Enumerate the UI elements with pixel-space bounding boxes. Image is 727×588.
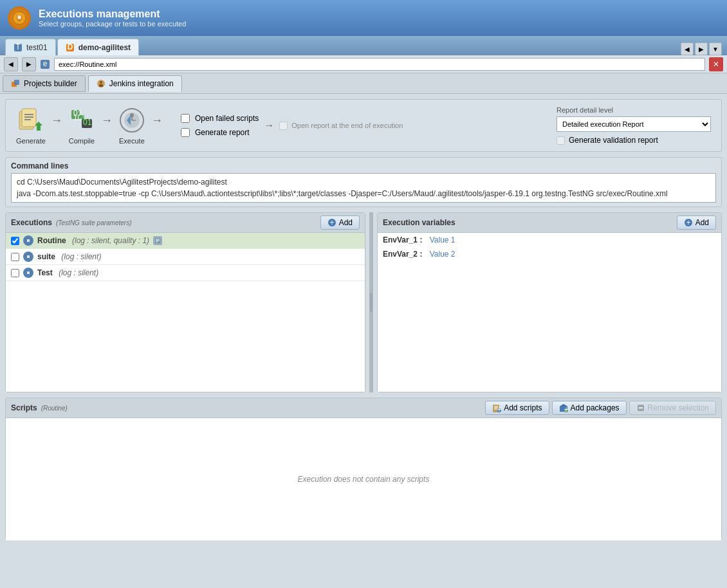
exec-item-routine[interactable]: Routine (log : silent, quality : 1) [6,233,365,249]
variables-panel-header: Execution variables + Add [378,213,721,233]
exec-gear-routine [23,235,33,246]
executions-add-label: Add [339,218,353,227]
exec-checkbox-routine[interactable] [11,237,19,245]
workflow-execute: Execute [118,106,146,145]
open-failed-row: Open failed scripts [181,114,259,123]
generate-validation-checkbox[interactable] [557,136,565,145]
exec-params-suite: (log : silent) [59,252,101,261]
main-content: Generate → 01 10 01 Compile → [0,94,727,588]
tab-projects-builder[interactable]: Projects builder [3,75,86,92]
scripts-content: Execution does not contain any scripts [6,418,721,540]
exec-item-test[interactable]: Test (log : silent) [6,265,365,281]
svg-text:+: + [686,218,690,227]
open-at-end-label: Open report at the end of execution [291,122,403,129]
variables-list: EnvVar_1 : Value 1 EnvVar_2 : Value 2 [378,233,721,392]
tab-icon-test01: T [14,43,23,52]
add-scripts-icon: + [492,403,501,412]
panel-divider [369,212,373,392]
command-lines-section: Command lines cd C:\Users\Maud\Documents… [5,157,722,207]
scripts-empty-message: Execution does not contain any scripts [298,475,430,484]
svg-text:+: + [564,405,568,412]
test-icon [24,268,33,277]
scripts-title: Scripts [11,403,37,412]
exec-name-test: Test [37,268,53,277]
tab-jenkins-integration[interactable]: Jenkins integration [88,75,182,92]
app-header: Executions management Select groups, pac… [0,0,727,36]
remove-selection-icon [636,403,645,412]
app-icon [8,6,31,30]
remove-selection-button[interactable]: Remove selection [629,401,716,415]
compile-label: Compile [69,137,95,145]
svg-rect-16 [24,116,33,118]
routine-icon [24,236,33,245]
split-panels: Executions (TestNG suite parameters) + A… [5,212,722,392]
url-input[interactable] [54,58,705,71]
open-at-end-row: Open report at the end of execution [279,122,403,130]
env-value-1: Value 1 [430,235,456,244]
command-line-2: java -Dcom.ats.test.stoppable=true -cp C… [17,188,710,199]
app-sub-title: Select groups, package or tests to be ex… [39,20,186,28]
app-main-title: Executions management [39,8,186,20]
tab-test01[interactable]: T test01 [5,39,56,55]
workflow-section: Generate → 01 10 01 Compile → [5,99,722,152]
svg-text:01: 01 [83,118,92,127]
command-text: cd C:\Users\Maud\Documents\AgilitestProj… [11,173,716,203]
generate-report-checkbox[interactable] [181,128,190,137]
app-title: Executions management Select groups, pac… [39,8,186,28]
exec-checkbox-test[interactable] [11,269,19,277]
exec-gear-suite [23,252,33,262]
command-lines-title: Command lines [11,161,716,170]
variables-add-label: Add [695,218,709,227]
exec-checkbox-suite[interactable] [11,253,19,261]
exec-params-routine: (log : silent, quality : 1) [70,236,149,245]
url-forward-button[interactable]: ▶ [22,57,36,71]
url-close-button[interactable]: ✕ [709,57,723,71]
exec-item-suite[interactable]: suite (log : silent) [6,249,365,265]
svg-point-1 [17,15,21,19]
projects-builder-icon [11,79,20,88]
add-packages-label: Add packages [571,403,620,412]
tab-demo-agilitest[interactable]: D demo-agilitest [57,39,139,55]
open-failed-label: Open failed scripts [195,114,259,123]
open-failed-checkbox[interactable] [181,114,190,123]
generate-label: Generate [16,137,46,145]
executions-title: Executions [11,218,52,227]
executions-add-button[interactable]: + Add [320,216,360,230]
exec-edit-routine[interactable] [153,236,162,245]
tab-nav-menu[interactable]: ▼ [709,42,722,55]
svg-rect-12 [99,84,103,87]
workflow-compile: 01 10 01 Compile [68,106,96,145]
svg-text:D: D [67,43,73,51]
variables-add-button[interactable]: + Add [677,216,716,230]
url-back-button[interactable]: ◀ [4,57,18,71]
add-packages-button[interactable]: + Add packages [552,401,627,415]
add-icon: + [327,218,336,227]
exec-gear-test [23,268,33,278]
add-scripts-button[interactable]: + Add scripts [485,401,549,415]
scripts-section: Scripts (Routine) + Add scripts [5,398,722,539]
generate-icon [17,106,45,134]
generate-report-label: Generate report [195,128,250,137]
report-detail-select[interactable]: Detailed execution Report Summary Report… [557,116,711,132]
tab-nav-next[interactable]: ▶ [695,42,708,55]
arrow-2: → [101,114,113,138]
projects-builder-label: Projects builder [24,79,77,88]
svg-text:+: + [497,405,502,412]
generate-validation-label: Generate validation report [569,136,658,145]
tab-bar: T test01 D demo-agilitest ◀ ▶ ▼ [0,36,727,55]
tab-label-demo: demo-agilitest [78,43,131,52]
tab-nav-prev[interactable]: ◀ [681,42,694,55]
exec-name-routine: Routine [37,236,66,245]
svg-rect-17 [24,119,31,120]
env-key-2: EnvVar_2 : [383,250,422,259]
url-bar: ◀ ▶ e ✕ [0,55,727,73]
execution-variables-panel: Execution variables + Add EnvVar_1 : Val… [377,212,722,392]
tab-label-test01: test01 [26,43,48,52]
add-var-icon: + [684,218,693,227]
remove-selection-label: Remove selection [648,403,709,412]
env-item-2: EnvVar_2 : Value 2 [378,247,721,261]
report-detail-section: Report detail level Detailed execution R… [557,106,711,145]
open-at-end-checkbox[interactable] [279,122,288,130]
arrow-1: → [51,114,62,138]
exec-name-suite: suite [37,252,55,261]
